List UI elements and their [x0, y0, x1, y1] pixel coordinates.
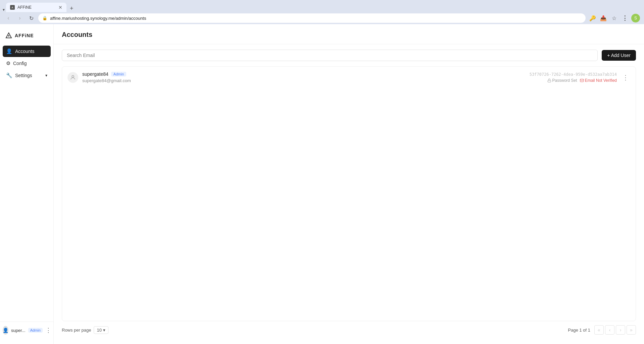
browser-tabs: ▾ A AFFiNE ✕ +	[0, 0, 644, 12]
accounts-icon: 👤	[6, 48, 12, 54]
sidebar-item-accounts[interactable]: 👤 Accounts	[3, 46, 51, 57]
forward-button[interactable]: ›	[15, 14, 24, 22]
rows-per-page: Rows per page 10 ▾	[62, 326, 108, 334]
rows-per-page-select[interactable]: 10 ▾	[94, 326, 108, 334]
svg-rect-3	[548, 80, 551, 82]
browser-toolbar-actions: 🔑 📥 ☆ ⋮ S	[588, 14, 640, 22]
prev-page-button[interactable]: ‹	[605, 325, 614, 335]
sidebar-logo: AFFiNE	[0, 30, 53, 46]
tab-close-button[interactable]: ✕	[58, 5, 62, 10]
active-tab[interactable]: A AFFiNE ✕	[6, 3, 66, 12]
menu-button[interactable]: ⋮	[620, 14, 629, 22]
sidebar: AFFiNE 👤 Accounts ⚙ Config 🔧 Settings ▾ …	[0, 24, 54, 344]
user-list: supergate84 Admin supergate84@gmail.com …	[62, 66, 636, 321]
pagination-row: Rows per page 10 ▾ Page 1 of 1 « ‹ › »	[62, 321, 636, 339]
footer-admin-badge: Admin	[28, 328, 43, 333]
page-info: Page 1 of 1	[568, 328, 591, 333]
rows-per-page-label: Rows per page	[62, 328, 91, 333]
add-user-button[interactable]: + Add User	[602, 50, 636, 61]
svg-point-2	[72, 75, 74, 77]
svg-point-1	[8, 35, 9, 37]
search-input[interactable]	[62, 50, 598, 61]
tab-favicon: A	[10, 5, 15, 10]
user-status-row: Password Set Email Not Verified	[547, 78, 617, 83]
user-id: 53f70726-7262-4dea-959e-d532aa7ab314	[530, 72, 617, 77]
user-name-row: supergate84 Admin	[82, 71, 525, 77]
rows-per-page-value: 10	[97, 328, 101, 333]
back-button[interactable]: ‹	[4, 14, 13, 22]
config-icon: ⚙	[6, 60, 10, 66]
settings-icon: 🔧	[6, 72, 12, 78]
password-set-status: Password Set	[547, 78, 577, 83]
reload-button[interactable]: ↻	[27, 14, 36, 22]
sidebar-item-settings[interactable]: 🔧 Settings ▾	[3, 70, 51, 81]
new-tab-button[interactable]: +	[68, 5, 76, 12]
footer-username: super...	[11, 328, 26, 333]
tab-dropdown[interactable]: ▾	[3, 7, 5, 12]
footer-user-icon: 👤	[3, 326, 8, 335]
user-meta: 53f70726-7262-4dea-959e-d532aa7ab314 Pas…	[530, 72, 617, 83]
email-status: Email Not Verified	[580, 78, 617, 83]
bookmark-icon[interactable]: ☆	[610, 14, 618, 22]
page-title: Accounts	[62, 31, 636, 39]
lock-icon: 🔒	[42, 16, 47, 20]
lock-small-icon	[547, 78, 551, 82]
user-name: supergate84	[82, 71, 108, 77]
first-page-button[interactable]: «	[594, 325, 604, 335]
browser-toolbar: ‹ › ↻ 🔒 affine.mariushosting.synology.me…	[0, 12, 644, 24]
profile-avatar[interactable]: S	[631, 14, 640, 22]
page-nav: Page 1 of 1 « ‹ › »	[568, 325, 636, 335]
save-page-icon[interactable]: 📥	[599, 14, 608, 22]
user-info: supergate84 Admin supergate84@gmail.com	[82, 71, 525, 83]
sidebar-accounts-label: Accounts	[15, 49, 35, 54]
sidebar-item-config[interactable]: ⚙ Config	[3, 58, 51, 69]
rows-select-chevron-icon: ▾	[103, 328, 105, 333]
footer-more-button[interactable]: ⋮	[45, 327, 51, 334]
user-avatar	[67, 72, 78, 83]
app-layout: AFFiNE 👤 Accounts ⚙ Config 🔧 Settings ▾ …	[0, 24, 644, 344]
email-icon	[580, 78, 584, 82]
settings-chevron-icon: ▾	[45, 73, 47, 78]
tab-title: AFFiNE	[17, 5, 32, 10]
user-role-badge: Admin	[111, 72, 126, 76]
browser-chrome: ▾ A AFFiNE ✕ + ‹ › ↻ 🔒 affine.mariushost…	[0, 0, 644, 24]
user-more-button[interactable]: ⋮	[621, 72, 630, 83]
sidebar-footer: 👤 super... Admin ⋮	[0, 322, 53, 339]
next-page-button[interactable]: ›	[616, 325, 625, 335]
table-row: supergate84 Admin supergate84@gmail.com …	[62, 67, 636, 88]
add-user-label: + Add User	[607, 53, 631, 58]
toolbar-row: + Add User	[62, 50, 636, 61]
affine-logo-icon	[5, 32, 12, 39]
user-email: supergate84@gmail.com	[82, 78, 131, 83]
logo-text: AFFiNE	[15, 33, 34, 38]
main-content: Accounts + Add User	[54, 24, 644, 344]
main-body: + Add User supergate84 Admin	[54, 44, 644, 344]
svg-rect-4	[580, 79, 584, 82]
main-header: Accounts	[54, 24, 644, 44]
password-manager-icon[interactable]: 🔑	[588, 14, 597, 22]
url-text: affine.mariushosting.synology.me/admin/a…	[50, 16, 146, 21]
sidebar-config-label: Config	[13, 61, 27, 66]
address-bar[interactable]: 🔒 affine.mariushosting.synology.me/admin…	[38, 13, 586, 23]
sidebar-nav: 👤 Accounts ⚙ Config 🔧 Settings ▾	[0, 46, 53, 322]
last-page-button[interactable]: »	[627, 325, 636, 335]
sidebar-settings-label: Settings	[15, 73, 32, 78]
